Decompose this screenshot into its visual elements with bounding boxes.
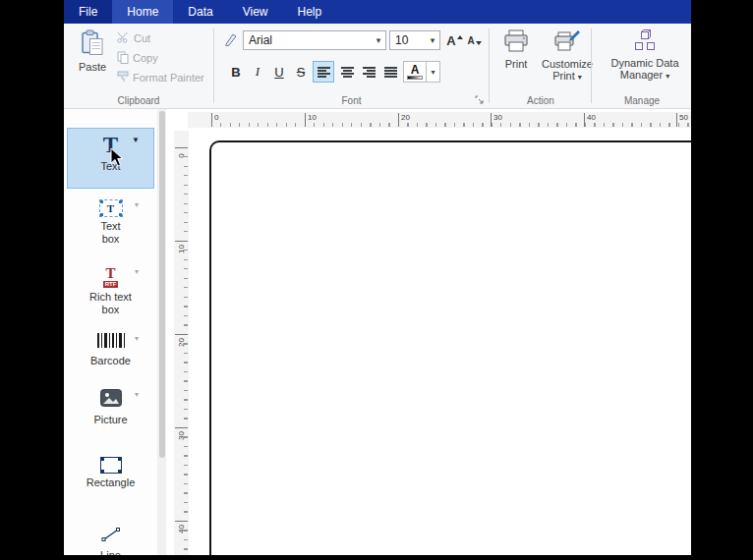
tab-file[interactable]: File: [64, 0, 112, 24]
customize-print-label: Customize Print ▾: [542, 58, 593, 84]
ruler-minor-ticks: [211, 123, 691, 127]
printer-icon: [503, 29, 529, 55]
toolbox-scrollbar[interactable]: [157, 109, 166, 555]
format-painter-icon: [117, 71, 129, 84]
font-color-button[interactable]: A: [403, 61, 427, 83]
tool-label: Picture: [93, 414, 127, 426]
tool-label: Barcode: [90, 355, 131, 367]
color-gradient-bar: [407, 76, 423, 80]
tab-help[interactable]: Help: [283, 0, 337, 24]
app-window: File Home Data View Help: [64, 0, 691, 555]
tool-barcode[interactable]: ▾ Barcode: [67, 329, 154, 372]
menubar: File Home Data View Help: [64, 0, 691, 24]
mouse-cursor: [110, 147, 125, 172]
font-color-dropdown[interactable]: ▾: [427, 61, 440, 83]
font-size-value: 10: [390, 33, 426, 47]
underline-button[interactable]: U: [269, 61, 289, 83]
screen: File Home Data View Help: [0, 0, 753, 560]
vertical-ruler: 0 10 20 30 40: [174, 131, 189, 555]
chevron-down-icon[interactable]: ▾: [135, 334, 139, 343]
font-dialog-launcher[interactable]: [475, 95, 485, 105]
font-family-select[interactable]: Arial ▾: [243, 30, 386, 50]
barcode-icon: [97, 333, 125, 352]
line-icon: [101, 527, 121, 546]
group-separator: [213, 28, 214, 103]
rich-text-icon: T RTF: [103, 266, 119, 288]
label-canvas[interactable]: [209, 140, 691, 555]
chevron-down-icon[interactable]: ▾: [135, 267, 139, 276]
ruler-minor-ticks: [184, 147, 188, 555]
design-pane: 0 10 20 30 40 50 0 10 20 30 40: [166, 109, 691, 555]
ribbon: Paste Cut Copy: [64, 24, 691, 109]
customize-print-icon: [554, 29, 580, 55]
tool-label: Rich text box: [89, 291, 132, 316]
paste-icon: [81, 29, 104, 58]
copy-label: Copy: [133, 52, 158, 64]
format-painter-label: Format Painter: [133, 72, 204, 84]
tool-picture[interactable]: ▾ Picture: [67, 385, 154, 434]
tool-text-box[interactable]: T ▾ Text box: [67, 196, 154, 258]
cubes-icon: [633, 29, 657, 54]
paste-label: Paste: [79, 61, 106, 73]
shrink-font-button[interactable]: A: [465, 30, 484, 50]
font-size-select[interactable]: 10 ▾: [389, 30, 440, 50]
strikethrough-button[interactable]: S: [291, 61, 311, 83]
scrollbar-thumb[interactable]: [159, 111, 165, 458]
tool-rectangle[interactable]: Rectangle: [67, 453, 154, 499]
print-button[interactable]: Print: [496, 28, 536, 70]
align-right-icon: [363, 67, 376, 78]
chevron-down-icon[interactable]: ▾: [135, 390, 139, 399]
tool-line[interactable]: Line: [67, 523, 154, 555]
text-box-icon: T: [99, 199, 123, 217]
workspace: T ▼ Text T ▾ Text box T: [64, 109, 691, 555]
align-left-icon: [318, 67, 330, 78]
print-label: Print: [505, 58, 528, 70]
tab-view[interactable]: View: [228, 0, 283, 24]
cut-button[interactable]: Cut: [117, 29, 150, 47]
grow-font-button[interactable]: A: [445, 30, 464, 50]
action-group-label: Action: [491, 95, 591, 106]
group-separator: [489, 28, 490, 103]
picture-icon: [100, 389, 122, 411]
toolbox: T ▼ Text T ▾ Text box T: [64, 109, 157, 555]
tool-label: Text box: [100, 220, 120, 246]
chevron-down-icon: ▾: [666, 72, 669, 81]
format-painter-button[interactable]: Format Painter: [117, 69, 204, 86]
group-separator: [591, 28, 592, 103]
chevron-down-icon[interactable]: ▾: [426, 35, 439, 45]
chevron-down-icon[interactable]: ▾: [372, 35, 385, 45]
align-justify-icon: [384, 67, 397, 78]
font-script-icon[interactable]: [224, 32, 238, 48]
dynamic-data-manager-label: Dynamic Data Manager ▾: [610, 57, 678, 83]
align-right-button[interactable]: [358, 61, 379, 83]
arrow-up-icon: [457, 35, 463, 39]
align-justify-button[interactable]: [379, 61, 401, 83]
tool-label: Line: [100, 549, 121, 555]
italic-button[interactable]: I: [248, 61, 267, 83]
horizontal-ruler: 0 10 20 30 40 50: [188, 112, 691, 128]
align-center-button[interactable]: [336, 61, 358, 83]
customize-print-button[interactable]: Customize Print ▾: [540, 28, 595, 84]
manage-group-label: Manage: [593, 95, 691, 106]
scissors-icon: [117, 31, 130, 45]
copy-icon: [117, 51, 129, 66]
align-center-icon: [341, 67, 354, 78]
rectangle-icon: [100, 457, 122, 474]
font-family-value: Arial: [244, 33, 372, 47]
copy-button[interactable]: Copy: [117, 49, 158, 67]
tab-home[interactable]: Home: [112, 0, 173, 24]
chevron-down-icon[interactable]: ▼: [132, 136, 140, 144]
tool-label: Rectangle: [87, 476, 136, 489]
dynamic-data-manager-button[interactable]: Dynamic Data Manager ▾: [603, 28, 687, 83]
clipboard-group-label: Clipboard: [64, 95, 213, 106]
chevron-down-icon[interactable]: ▾: [135, 200, 139, 209]
paste-button[interactable]: Paste: [74, 28, 111, 73]
chevron-down-icon: ▾: [578, 73, 582, 82]
tool-rich-text-box[interactable]: T RTF ▾ Rich text box: [67, 262, 154, 321]
tab-data[interactable]: Data: [173, 0, 227, 24]
align-left-button[interactable]: [313, 61, 334, 83]
cut-label: Cut: [134, 32, 150, 44]
bold-button[interactable]: B: [226, 61, 246, 83]
arrow-down-icon: [476, 41, 482, 45]
font-group-label: Font: [214, 95, 489, 106]
